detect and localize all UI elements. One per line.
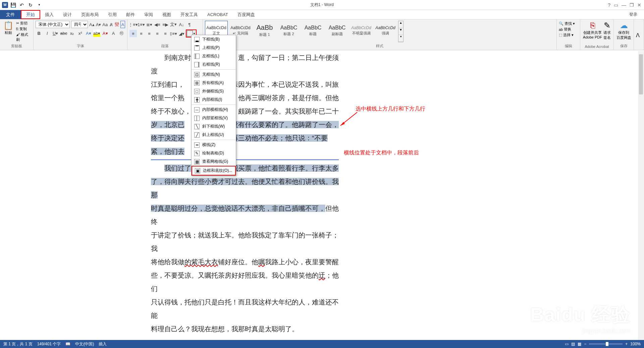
page-status[interactable]: 第 1 页，共 1 页 bbox=[3, 341, 33, 347]
collapse-ribbon[interactable]: ᐱ bbox=[634, 19, 644, 50]
language-status[interactable]: 中文(中国) bbox=[75, 341, 94, 347]
zoom-level[interactable]: 100% bbox=[630, 342, 641, 346]
paste-button[interactable]: 📋 粘贴 bbox=[2, 21, 15, 42]
justify-button[interactable]: ≡ bbox=[154, 30, 161, 37]
restore-icon[interactable]: ❐ bbox=[630, 2, 634, 8]
show-marks-button[interactable]: ¶ bbox=[186, 21, 193, 28]
request-sign-button[interactable]: ✎ 请求签名 bbox=[603, 21, 611, 40]
tab-review[interactable]: 审阅 bbox=[140, 10, 158, 19]
zoom-out-button[interactable]: − bbox=[584, 342, 586, 346]
font-size-select[interactable]: 四号 bbox=[71, 21, 88, 28]
create-pdf-button[interactable]: ⎘ 创建并共享Adobe PDF bbox=[583, 21, 602, 40]
border-all-item[interactable]: ⊞所有框线(A) bbox=[192, 79, 236, 87]
copy-button[interactable]: ⎘ 复制 bbox=[16, 26, 31, 31]
border-diagup-item[interactable]: ╱斜上框线(U) bbox=[192, 131, 236, 139]
border-inside-item[interactable]: ╋内部框线(I) bbox=[192, 95, 236, 104]
style-heading2[interactable]: AaBbC标题 2 bbox=[277, 21, 300, 40]
align-left-button[interactable]: ≡ bbox=[129, 30, 137, 37]
shading-button[interactable]: ◢▾ bbox=[178, 30, 185, 37]
help-icon[interactable]: ? bbox=[608, 2, 610, 8]
clear-format-button[interactable]: A̷ bbox=[109, 21, 113, 28]
save-icon[interactable]: 💾 bbox=[9, 1, 17, 9]
tab-layout[interactable]: 页面布局 bbox=[76, 10, 103, 19]
undo-icon[interactable]: ↶ bbox=[18, 1, 25, 9]
tab-insert[interactable]: 插入 bbox=[40, 10, 58, 19]
web-layout-icon[interactable]: ▦ bbox=[578, 342, 581, 346]
decrease-indent-button[interactable]: ◀≡ bbox=[154, 21, 161, 28]
underline-button[interactable]: U▾ bbox=[52, 29, 59, 37]
border-insidev-item[interactable]: │内部竖框线(V) bbox=[192, 114, 236, 122]
word-count[interactable]: 149/401 个字 bbox=[37, 341, 61, 347]
char-shading-button[interactable]: A bbox=[110, 29, 117, 37]
cut-button[interactable]: ✂ 剪切 bbox=[16, 21, 31, 26]
tab-home[interactable]: 开始 bbox=[21, 10, 40, 19]
border-insideh-item[interactable]: ─内部横框线(H) bbox=[192, 106, 236, 114]
document-area[interactable]: 到南京时 逛，勾留了一日；第二日上午便须渡 江到浦口， 亲因为事忙，本已说定不送… bbox=[0, 51, 644, 340]
print-layout-icon[interactable]: ▤ bbox=[571, 342, 575, 346]
char-border-button[interactable]: A bbox=[120, 21, 125, 28]
redo-icon[interactable]: ↻ bbox=[27, 1, 34, 9]
login-link[interactable]: 登录 bbox=[629, 12, 644, 17]
select-button[interactable]: ⬚ 选择▾ bbox=[559, 32, 578, 38]
tab-references[interactable]: 引用 bbox=[103, 10, 121, 19]
style-emphasis[interactable]: AaBbCcDd强调 bbox=[374, 21, 397, 40]
border-left-item[interactable]: ▏左框线(L) bbox=[192, 52, 236, 60]
distribute-button[interactable]: ≡ bbox=[162, 30, 169, 37]
qat-expand-icon[interactable]: ▼ bbox=[36, 1, 43, 9]
border-draw-item[interactable]: ✎绘制表格(D) bbox=[192, 149, 236, 157]
border-outside-item[interactable]: □外侧框线(S) bbox=[192, 87, 236, 95]
bold-button[interactable]: B bbox=[36, 29, 43, 37]
save-baidu-button[interactable]: ☁ 保存到百度网盘 bbox=[616, 21, 632, 40]
vertical-scrollbar[interactable] bbox=[638, 51, 644, 340]
font-color-button[interactable]: A▾ bbox=[102, 29, 109, 37]
tab-mailings[interactable]: 邮件 bbox=[121, 10, 140, 19]
styles-scroll[interactable]: ▲▼▾ bbox=[398, 21, 404, 42]
text-effects-button[interactable]: A▾ bbox=[85, 29, 92, 37]
italic-button[interactable]: I bbox=[44, 29, 51, 37]
tab-design[interactable]: 设计 bbox=[58, 10, 76, 19]
border-right-item[interactable]: ▕右框线(R) bbox=[192, 60, 236, 69]
bullets-button[interactable]: ⋮≡▾ bbox=[129, 21, 137, 28]
phonetic-button[interactable]: 變 bbox=[115, 21, 119, 28]
align-center-button[interactable]: ≡ bbox=[138, 30, 145, 37]
sort-button[interactable]: A↓ bbox=[178, 21, 185, 28]
subscript-button[interactable]: x₂ bbox=[68, 29, 75, 37]
tab-acrobat[interactable]: ACROBAT bbox=[203, 10, 233, 19]
ribbon-options-icon[interactable]: ▭ bbox=[614, 2, 618, 8]
font-name-select[interactable]: 宋体 (中文正) bbox=[36, 21, 70, 28]
style-subtitle[interactable]: AaBbC副标题 bbox=[326, 21, 348, 40]
style-heading1[interactable]: AaBb标题 1 bbox=[253, 21, 276, 40]
zoom-slider[interactable] bbox=[589, 343, 623, 345]
spell-check-icon[interactable]: 📖 bbox=[65, 342, 70, 346]
line-spacing-button[interactable]: ‡≡▾ bbox=[170, 30, 177, 37]
strike-button[interactable]: abc bbox=[60, 29, 67, 37]
insert-mode[interactable]: 插入 bbox=[99, 341, 107, 347]
align-right-button[interactable]: ≡ bbox=[146, 30, 153, 37]
multilevel-button[interactable]: ≣▾ bbox=[146, 21, 153, 28]
grow-font-button[interactable]: A▴ bbox=[89, 21, 95, 28]
format-painter-button[interactable]: 🖌 格式刷 bbox=[16, 32, 31, 42]
minimize-icon[interactable]: — bbox=[622, 2, 626, 8]
style-title[interactable]: AaBbC标题 bbox=[302, 21, 324, 40]
numbering-button[interactable]: 1≡▾ bbox=[138, 21, 145, 28]
zoom-in-button[interactable]: + bbox=[625, 342, 628, 346]
border-hline-item[interactable]: ━横线(Z) bbox=[192, 141, 236, 149]
border-grid-item[interactable]: ▦查看网格线(G) bbox=[192, 157, 236, 166]
close-icon[interactable]: ✕ bbox=[637, 2, 641, 8]
border-bottom-item[interactable]: ▂下框线(B) bbox=[192, 35, 236, 44]
replace-button[interactable]: ab 替换 bbox=[559, 26, 578, 32]
shrink-font-button[interactable]: A▾ bbox=[96, 21, 101, 28]
find-button[interactable]: 🔍 查找▾ bbox=[559, 21, 578, 26]
style-subtle-emphasis[interactable]: AaBbCcDd不明显强调 bbox=[350, 21, 373, 40]
tab-dev[interactable]: 开发工具 bbox=[176, 10, 203, 19]
border-none-item[interactable]: ⊡无框线(N) bbox=[192, 70, 236, 79]
change-case-button[interactable]: Aa bbox=[102, 21, 108, 28]
tab-view[interactable]: 视图 bbox=[158, 10, 176, 19]
border-diagdown-item[interactable]: ╲斜下框线(W) bbox=[192, 122, 236, 131]
border-top-item[interactable]: ▔上框线(P) bbox=[192, 44, 236, 52]
highlight-button[interactable]: ab▾ bbox=[93, 29, 100, 37]
superscript-button[interactable]: x² bbox=[77, 29, 84, 37]
increase-indent-button[interactable]: ≡▶ bbox=[162, 21, 169, 28]
scroll-thumb[interactable] bbox=[639, 54, 643, 94]
tab-baidu[interactable]: 百度网盘 bbox=[233, 10, 260, 19]
